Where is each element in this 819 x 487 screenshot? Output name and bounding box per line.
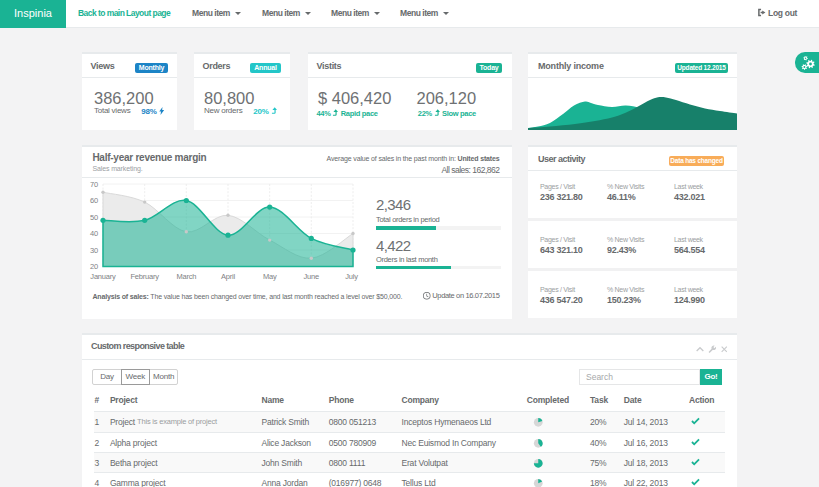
svg-text:July: July [345,272,358,281]
svg-text:April: April [221,272,236,281]
svg-text:January: January [90,272,116,281]
svg-text:20: 20 [90,262,98,271]
svg-text:June: June [304,272,319,281]
svg-text:40: 40 [90,229,98,238]
svg-text:50: 50 [90,213,98,222]
svg-text:February: February [130,272,159,281]
svg-text:May: May [263,272,277,281]
svg-text:60: 60 [90,196,98,205]
svg-text:70: 70 [90,180,98,189]
svg-text:March: March [176,272,196,281]
svg-text:30: 30 [90,246,98,255]
